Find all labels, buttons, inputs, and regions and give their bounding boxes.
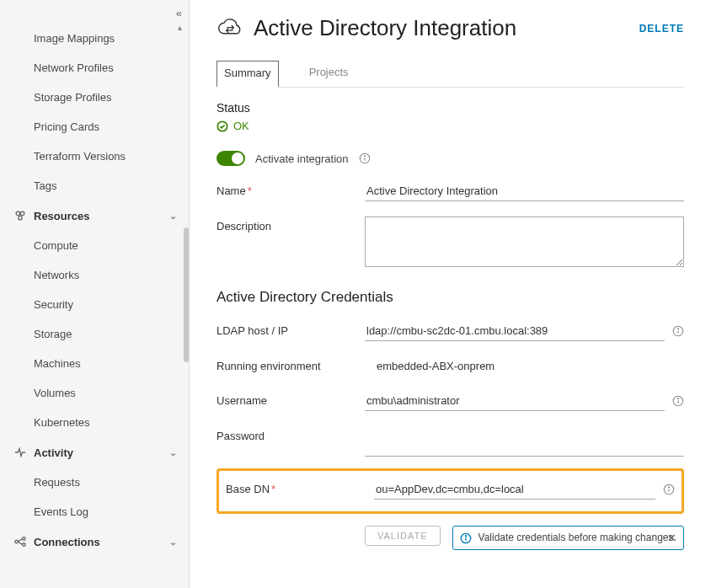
sidebar-item-terraform-versions[interactable]: Terraform Versions <box>0 142 189 171</box>
svg-point-5 <box>23 543 26 547</box>
password-label: Password <box>217 426 351 442</box>
sidebar-category-label: Resources <box>34 210 163 222</box>
main-content: Active Directory Integration DELETE Summ… <box>190 0 711 588</box>
ldap-label: LDAP host / IP <box>217 321 351 337</box>
basedn-input[interactable] <box>374 479 655 500</box>
validate-notice: Validate credentials before making chang… <box>452 526 684 550</box>
sidebar-item-security[interactable]: Security <box>0 290 189 319</box>
tab-summary[interactable]: Summary <box>217 61 279 88</box>
credentials-heading: Active Directory Credentials <box>217 289 684 306</box>
chevron-down-icon: ⌄ <box>169 211 177 222</box>
tabs: Summary Projects <box>217 60 684 88</box>
basedn-highlight: Base DN* <box>217 468 684 514</box>
scrollbar-thumb[interactable] <box>184 227 189 362</box>
sidebar-item-events-log[interactable]: Events Log <box>0 497 189 527</box>
sidebar-item-pricing-cards[interactable]: Pricing Cards <box>0 112 189 142</box>
sidebar-item-network-profiles[interactable]: Network Profiles <box>0 53 189 83</box>
sidebar-item-volumes[interactable]: Volumes <box>0 378 189 408</box>
close-icon[interactable]: ✕ <box>667 532 676 544</box>
sidebar-item-kubernetes[interactable]: Kubernetes <box>0 408 189 437</box>
status-text: OK <box>233 120 249 132</box>
activate-label: Activate integration <box>255 152 349 165</box>
description-textarea[interactable] <box>365 216 684 267</box>
resources-icon <box>13 209 27 222</box>
svg-point-23 <box>465 536 466 537</box>
description-label: Description <box>217 216 351 233</box>
basedn-label: Base DN* <box>226 479 361 495</box>
tab-projects[interactable]: Projects <box>302 61 356 88</box>
svg-point-11 <box>365 156 366 157</box>
validate-notice-text: Validate credentials before making chang… <box>478 532 676 543</box>
delete-link[interactable]: DELETE <box>639 23 684 35</box>
sidebar-item-compute[interactable]: Compute <box>0 231 189 260</box>
svg-point-0 <box>16 211 19 215</box>
sidebar-category-activity[interactable]: Activity ⌄ <box>0 437 189 468</box>
chevron-down-icon: ⌄ <box>169 447 177 458</box>
ldap-input[interactable] <box>365 321 665 341</box>
sidebar-scroll: Image Mappings Network Profiles Storage … <box>0 0 189 588</box>
sidebar-item-requests[interactable]: Requests <box>0 468 189 497</box>
cloud-icon <box>217 19 243 39</box>
connections-icon <box>13 535 27 548</box>
activate-toggle[interactable] <box>217 151 245 166</box>
info-icon[interactable] <box>671 325 684 338</box>
page-title: Active Directory Integration <box>254 15 629 41</box>
svg-line-6 <box>18 539 22 543</box>
username-input[interactable] <box>365 391 665 411</box>
username-label: Username <box>217 391 351 407</box>
validate-button[interactable]: VALIDATE <box>365 526 441 546</box>
status-ok: OK <box>217 120 684 132</box>
sidebar-category-label: Connections <box>34 536 163 548</box>
name-input[interactable] <box>365 181 684 201</box>
svg-point-4 <box>23 537 26 541</box>
name-label: Name* <box>217 181 351 197</box>
status-heading: Status <box>217 101 684 115</box>
svg-point-2 <box>19 216 22 219</box>
svg-point-20 <box>668 487 669 488</box>
svg-point-17 <box>677 398 678 399</box>
running-env-label: Running environment <box>217 356 351 372</box>
svg-point-3 <box>15 540 19 543</box>
svg-line-7 <box>18 542 22 545</box>
svg-point-1 <box>20 211 24 215</box>
chevron-down-icon: ⌄ <box>169 537 177 548</box>
sidebar-item-tags[interactable]: Tags <box>0 171 189 200</box>
info-icon[interactable] <box>662 484 675 496</box>
info-icon[interactable] <box>671 395 684 408</box>
running-env-value: embedded-ABX-onprem <box>365 356 684 376</box>
sidebar-item-storage[interactable]: Storage <box>0 319 189 349</box>
svg-point-14 <box>677 329 678 329</box>
sidebar-category-resources[interactable]: Resources ⌄ <box>0 200 189 231</box>
sidebar-item-machines[interactable]: Machines <box>0 349 189 378</box>
sidebar-category-label: Activity <box>34 446 163 459</box>
sidebar: « ▲ Image Mappings Network Profiles Stor… <box>0 0 190 588</box>
password-input[interactable] <box>365 436 684 457</box>
sidebar-item-networks[interactable]: Networks <box>0 260 189 290</box>
activity-icon <box>13 446 27 459</box>
sidebar-item-storage-profiles[interactable]: Storage Profiles <box>0 83 189 112</box>
sidebar-category-connections[interactable]: Connections ⌄ <box>0 527 189 557</box>
info-icon[interactable] <box>359 152 372 165</box>
sidebar-item-image-mappings[interactable]: Image Mappings <box>0 24 189 53</box>
